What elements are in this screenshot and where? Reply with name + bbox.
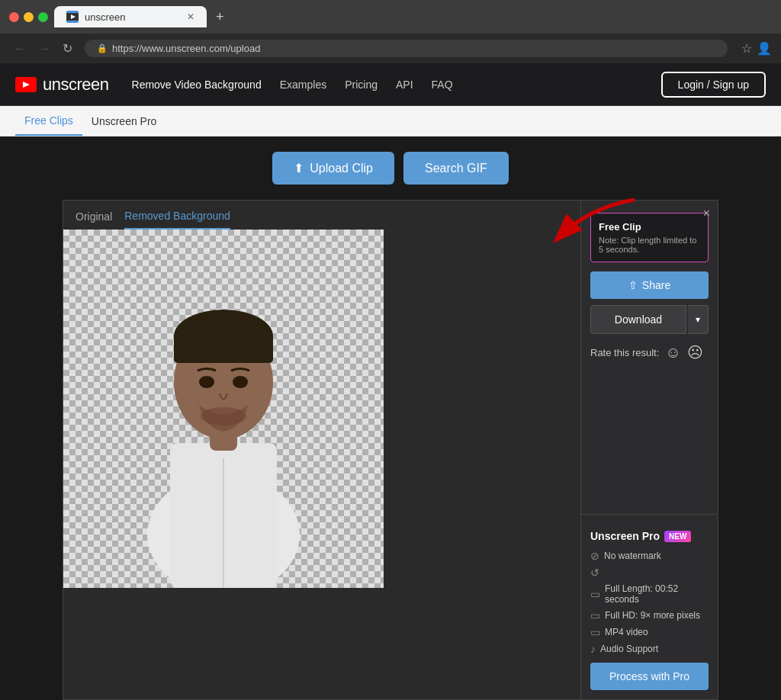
new-tab-button[interactable]: + [216, 9, 224, 25]
duration-icon: ▭ [590, 588, 600, 600]
tab-original[interactable]: Original [76, 210, 112, 229]
pro-feature-mp4: ▭ MP4 video [590, 626, 709, 638]
nav-back-button[interactable]: ← [9, 38, 31, 59]
upload-clip-button[interactable]: ⬆ Upload Clip [272, 152, 394, 185]
nav-forward-button[interactable]: → [34, 38, 55, 59]
no-watermark-icon: ⊘ [590, 550, 599, 562]
nav-links: Remove Video Background Examples Pricing… [132, 79, 453, 91]
close-dot[interactable] [9, 12, 19, 22]
browser-nav: ← → ↻ [9, 38, 77, 59]
download-dropdown-button[interactable]: ▾ [688, 305, 709, 334]
nav-api[interactable]: API [396, 79, 413, 91]
pro-feature-no-watermark: ⊘ No watermark [590, 550, 709, 562]
login-signup-button[interactable]: Login / Sign up [661, 72, 766, 98]
browser-actions: ☆ 👤 [741, 41, 772, 56]
browser-titlebar: unscreen ✕ + [0, 0, 781, 34]
download-button[interactable]: Download [590, 305, 686, 334]
nav-pricing[interactable]: Pricing [345, 79, 378, 91]
video-panel: Original Removed Background [63, 200, 581, 700]
happy-rate-button[interactable]: ☺ [665, 344, 680, 361]
pro-feature-full-length: ▭ Full Length: 00:52 seconds [590, 583, 709, 605]
process-pro-button[interactable]: Process with Pro [590, 663, 709, 690]
rate-label: Rate this result: [590, 347, 659, 358]
maximize-dot[interactable] [38, 12, 48, 22]
svg-point-12 [199, 376, 214, 388]
sidebar-spacer [581, 371, 718, 508]
browser-chrome: unscreen ✕ + ← → ↻ 🔒 https://www.unscree… [0, 0, 781, 63]
nav-reload-button[interactable]: ↻ [58, 38, 77, 59]
tab-close-button[interactable]: ✕ [187, 11, 194, 22]
search-gif-button[interactable]: Search GIF [403, 152, 509, 185]
logo: unscreen [15, 75, 109, 95]
pro-feature-refresh: ↺ [590, 567, 709, 579]
free-clip-title: Free Clip [599, 221, 700, 233]
content-wrapper: Original Removed Background [63, 200, 718, 700]
top-navigation: unscreen Remove Video Background Example… [0, 63, 781, 106]
sidebar-close-button[interactable]: × [703, 207, 710, 220]
content-area: Original Removed Background [63, 200, 718, 700]
browser-url-bar[interactable]: 🔒 https://www.unscreen.com/upload [85, 40, 728, 57]
rate-row: Rate this result: ☺ ☹ [581, 343, 718, 371]
logo-icon [15, 77, 37, 92]
browser-tab[interactable]: unscreen ✕ [54, 6, 207, 27]
nav-remove-video-bg[interactable]: Remove Video Background [132, 79, 262, 91]
sub-navigation: Free Clips Unscreen Pro [0, 106, 781, 136]
free-clip-box: Free Clip Note: Clip length limited to 5… [590, 213, 709, 262]
pro-title: Unscreen Pro NEW [590, 530, 709, 542]
nav-examples[interactable]: Examples [280, 79, 326, 91]
subnav-unscreen-pro[interactable]: Unscreen Pro [82, 106, 166, 136]
audio-icon: ♪ [590, 643, 596, 655]
tab-title: unscreen [85, 11, 125, 23]
free-clip-note: Note: Clip length limited to 5 seconds. [599, 236, 700, 254]
person-image [124, 230, 323, 588]
logo-text: unscreen [43, 75, 109, 95]
video-display [63, 230, 384, 588]
pro-section: Unscreen Pro NEW ⊘ No watermark ↺ ▭ F [581, 521, 718, 699]
pro-badge: NEW [664, 531, 691, 542]
download-row: Download ▾ [590, 305, 709, 334]
profile-button[interactable]: 👤 [757, 41, 772, 56]
share-icon: ⇧ [628, 279, 638, 291]
minimize-dot[interactable] [24, 12, 34, 22]
pro-feature-audio: ♪ Audio Support [590, 643, 709, 655]
tab-removed-bg[interactable]: Removed Background [124, 210, 230, 230]
nav-faq[interactable]: FAQ [432, 79, 453, 91]
bookmark-button[interactable]: ☆ [741, 41, 752, 56]
sad-rate-button[interactable]: ☹ [687, 343, 703, 361]
lock-icon: 🔒 [97, 43, 108, 53]
refresh-icon: ↺ [590, 567, 599, 579]
browser-dots [9, 12, 48, 22]
browser-addressbar: ← → ↻ 🔒 https://www.unscreen.com/upload … [0, 34, 781, 63]
main-content: ⬆ Upload Clip Search GIF Or [0, 136, 781, 700]
svg-point-13 [233, 376, 248, 388]
url-text: https://www.unscreen.com/upload [112, 43, 260, 54]
svg-marker-2 [23, 82, 30, 88]
share-button[interactable]: ⇧ Share [590, 271, 709, 299]
svg-rect-11 [174, 332, 273, 363]
hd-icon: ▭ [590, 609, 600, 621]
tab-favicon [66, 11, 79, 23]
video-tabs: Original Removed Background [63, 201, 580, 230]
app: unscreen Remove Video Background Example… [0, 63, 781, 700]
subnav-free-clips[interactable]: Free Clips [15, 106, 82, 136]
mp4-icon: ▭ [590, 626, 600, 638]
pro-feature-full-hd: ▭ Full HD: 9× more pixels [590, 609, 709, 621]
upload-icon: ⬆ [294, 161, 304, 175]
sidebar-panel: × Free Clip Note: Clip length limited to… [581, 200, 718, 700]
upload-row: ⬆ Upload Clip Search GIF [272, 152, 509, 185]
pro-divider [581, 514, 718, 515]
